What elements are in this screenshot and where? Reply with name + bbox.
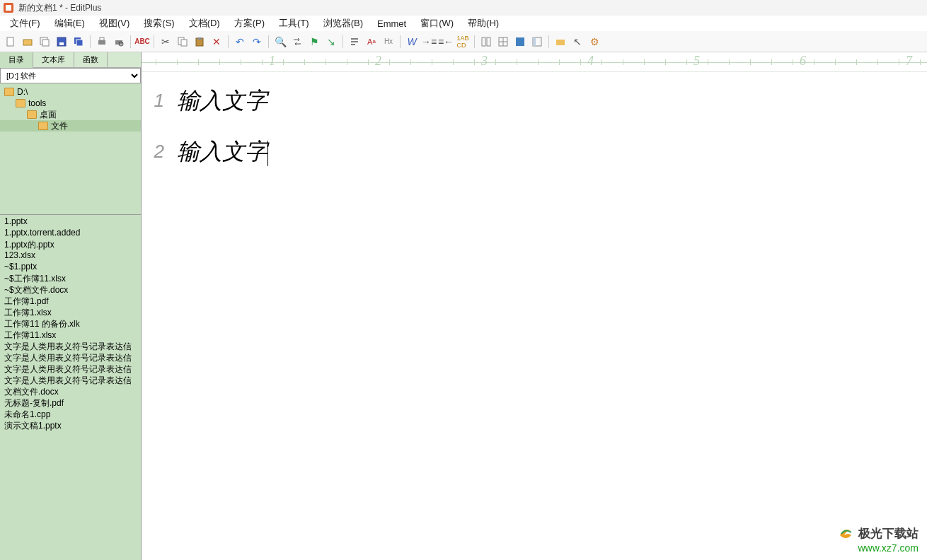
browser-icon[interactable]: W <box>404 34 420 49</box>
svg-rect-9 <box>76 40 83 46</box>
grid-icon[interactable] <box>495 34 511 49</box>
panel-icon[interactable] <box>529 34 545 49</box>
watermark-title: 极光下载站 <box>858 527 919 541</box>
bookmark-icon[interactable]: ⚑ <box>306 34 322 49</box>
menu-browser[interactable]: 浏览器(B) <box>319 16 367 31</box>
cut-icon[interactable]: ✂ <box>158 34 173 49</box>
goto-icon[interactable]: ↘ <box>323 34 339 49</box>
outdent-icon[interactable]: ≡← <box>438 34 454 49</box>
watermark-logo-icon <box>837 525 854 542</box>
hex-icon[interactable]: Hx <box>381 34 396 49</box>
editor-line[interactable]: 输入文字 <box>177 86 927 137</box>
columns-icon[interactable] <box>478 34 494 49</box>
toolbar-separator <box>268 35 269 48</box>
menu-emmet[interactable]: Emmet <box>373 17 410 30</box>
find-icon[interactable]: 🔍 <box>272 34 288 49</box>
svg-rect-26 <box>556 40 565 45</box>
folder-tree-item[interactable]: tools <box>0 98 141 109</box>
wordwrap-icon[interactable] <box>347 34 362 49</box>
ruler-mark: 2 <box>375 54 381 69</box>
editor-content[interactable]: 1 2 输入文字 输入文字 <box>142 72 927 560</box>
drive-selector[interactable]: [D:] 软件 <box>0 68 141 83</box>
file-list-item[interactable]: 未命名1.cpp <box>0 409 141 420</box>
highlight-icon[interactable]: 1ABCD <box>455 34 471 49</box>
file-list-item[interactable]: ~$1.pptx <box>0 262 141 273</box>
ruler-mark: 5 <box>693 54 700 69</box>
line-number: 2 <box>142 137 164 188</box>
folder-panel-icon[interactable] <box>553 34 568 49</box>
file-list-item[interactable]: 1.pptx <box>0 216 141 228</box>
toolbar-separator <box>228 35 229 48</box>
pointer-icon[interactable]: ↖ <box>570 34 585 49</box>
file-list-item[interactable]: 工作簿11.xlsx <box>0 329 141 341</box>
sidebar-tab-directory[interactable]: 目录 <box>0 52 33 68</box>
folder-tree-item[interactable]: D:\ <box>0 86 141 98</box>
menu-search[interactable]: 搜索(S) <box>139 16 178 31</box>
svg-rect-23 <box>516 37 524 46</box>
folder-tree-item[interactable]: 桌面 <box>0 109 141 120</box>
print-preview-icon[interactable] <box>111 34 127 49</box>
file-list-item[interactable]: 文字是人类用表义符号记录表达信 <box>0 375 141 386</box>
menu-project[interactable]: 方案(P) <box>230 16 269 31</box>
redo-icon[interactable]: ↷ <box>249 34 265 49</box>
folder-label: D:\ <box>17 87 28 97</box>
undo-icon[interactable]: ↶ <box>232 34 248 49</box>
font-aa-icon[interactable]: Aa <box>364 34 379 49</box>
svg-rect-1 <box>6 5 11 11</box>
settings-icon[interactable]: ⚙ <box>587 34 602 49</box>
replace-icon[interactable] <box>289 34 305 49</box>
delete-icon[interactable]: ✕ <box>209 34 224 49</box>
file-list-item[interactable]: 无标题-复制.pdf <box>0 397 141 409</box>
app-icon <box>3 2 14 13</box>
menu-edit[interactable]: 编辑(E) <box>50 16 89 31</box>
menu-file[interactable]: 文件(F) <box>6 16 45 31</box>
menu-window[interactable]: 窗口(W) <box>416 16 458 31</box>
save-all-icon[interactable] <box>71 34 86 49</box>
file-list-item[interactable]: ~$文档文件.docx <box>0 284 141 296</box>
sidebar: 目录 文本库 函数 [D:] 软件 D:\tools桌面文件 1.pptx1.p… <box>0 52 142 560</box>
spellcheck-icon[interactable]: ABC <box>134 34 150 49</box>
file-list-item[interactable]: 1.pptx的.pptx <box>0 239 141 250</box>
text-area[interactable]: 输入文字 输入文字 <box>170 72 927 560</box>
ruler-mark: 6 <box>800 54 806 69</box>
file-list-item[interactable]: 文字是人类用表义符号记录表达信 <box>0 352 141 363</box>
file-list-item[interactable]: 1.pptx.torrent.added <box>0 228 141 239</box>
file-list-item[interactable]: ~$工作簿11.xlsx <box>0 273 141 284</box>
editor-line[interactable]: 输入文字 <box>177 137 927 188</box>
file-list[interactable]: 1.pptx1.pptx.torrent.added1.pptx的.pptx12… <box>0 215 141 560</box>
sidebar-tab-cliptext[interactable]: 文本库 <box>33 52 74 67</box>
file-list-item[interactable]: 123.xlsx <box>0 250 141 262</box>
menu-view[interactable]: 视图(V) <box>95 16 134 31</box>
file-list-item[interactable]: 文字是人类用表义符号记录表达信 <box>0 363 141 375</box>
menu-document[interactable]: 文档(D) <box>185 16 224 31</box>
folder-icon <box>27 110 37 119</box>
file-list-item[interactable]: 文档文件.docx <box>0 386 141 397</box>
menu-help[interactable]: 帮助(H) <box>464 16 503 31</box>
file-list-item[interactable]: 文字是人类用表义符号记录表达信 <box>0 341 141 352</box>
folder-tree[interactable]: D:\tools桌面文件 <box>0 83 141 215</box>
title-bar: 新的文档1 * - EditPlus <box>0 0 927 16</box>
menu-tools[interactable]: 工具(T) <box>275 16 313 31</box>
svg-rect-3 <box>23 40 32 45</box>
sidebar-tab-functions[interactable]: 函数 <box>74 52 108 67</box>
toolbar-separator <box>130 35 131 48</box>
svg-rect-17 <box>197 37 202 40</box>
watermark: 极光下载站 www.xz7.com <box>837 525 919 554</box>
file-list-item[interactable]: 演示文稿1.pptx <box>0 420 141 431</box>
new-window-icon[interactable] <box>37 34 52 49</box>
print-icon[interactable] <box>94 34 110 49</box>
paste-icon[interactable] <box>192 34 207 49</box>
fullscreen-icon[interactable] <box>512 34 528 49</box>
save-icon[interactable] <box>54 34 69 49</box>
folder-tree-item[interactable]: 文件 <box>0 120 141 132</box>
svg-rect-18 <box>482 37 485 46</box>
copy-icon[interactable] <box>175 34 190 49</box>
file-list-item[interactable]: 工作簿1.pdf <box>0 296 141 307</box>
toolbar-separator <box>400 35 401 48</box>
new-file-icon[interactable] <box>3 34 18 49</box>
open-file-icon[interactable] <box>20 34 35 49</box>
line-number: 1 <box>142 86 164 137</box>
file-list-item[interactable]: 工作簿1.xlsx <box>0 307 141 318</box>
file-list-item[interactable]: 工作簿11 的备份.xlk <box>0 318 141 329</box>
indent-icon[interactable]: →≡ <box>421 34 437 49</box>
